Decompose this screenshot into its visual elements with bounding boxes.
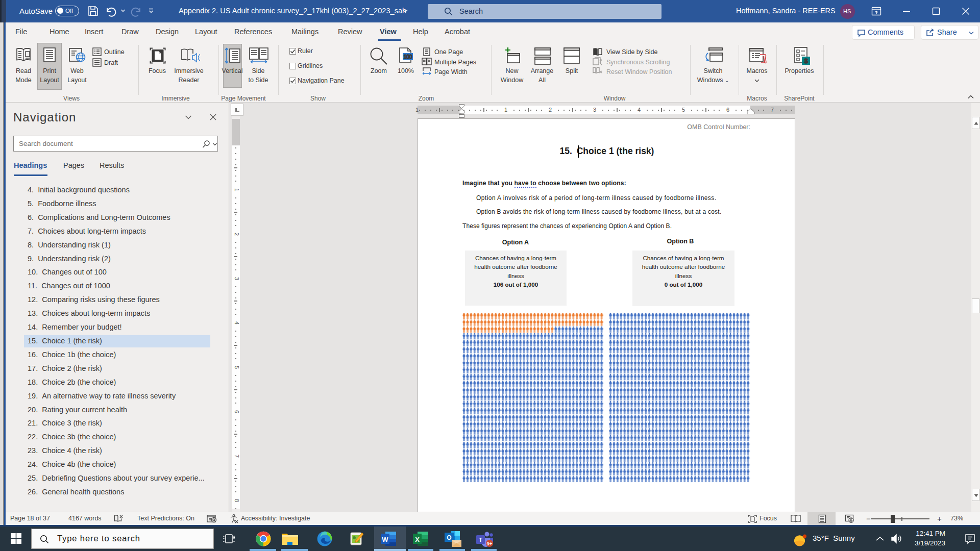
svg-text:9+: 9+	[487, 541, 493, 546]
svg-text:100: 100	[404, 54, 412, 60]
svg-text:X: X	[415, 536, 420, 543]
svg-text:O: O	[447, 534, 451, 541]
svg-text:T: T	[479, 537, 482, 543]
svg-text:W: W	[382, 536, 388, 543]
svg-text:S: S	[804, 58, 808, 65]
